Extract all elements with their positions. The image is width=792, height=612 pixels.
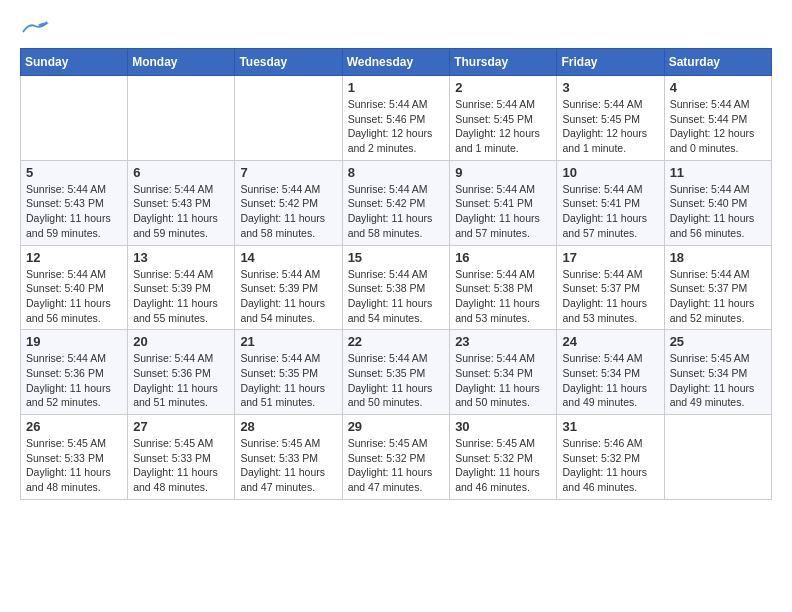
- day-number: 24: [562, 334, 658, 349]
- logo: [20, 20, 54, 38]
- calendar-cell: 27Sunrise: 5:45 AM Sunset: 5:33 PM Dayli…: [128, 415, 235, 500]
- calendar-cell: 28Sunrise: 5:45 AM Sunset: 5:33 PM Dayli…: [235, 415, 342, 500]
- day-number: 21: [240, 334, 336, 349]
- weekday-header-friday: Friday: [557, 49, 664, 76]
- day-number: 30: [455, 419, 551, 434]
- calendar-cell: 15Sunrise: 5:44 AM Sunset: 5:38 PM Dayli…: [342, 245, 450, 330]
- calendar-cell: 26Sunrise: 5:45 AM Sunset: 5:33 PM Dayli…: [21, 415, 128, 500]
- day-info: Sunrise: 5:44 AM Sunset: 5:41 PM Dayligh…: [562, 182, 658, 241]
- calendar-cell: 30Sunrise: 5:45 AM Sunset: 5:32 PM Dayli…: [450, 415, 557, 500]
- calendar-cell: [664, 415, 771, 500]
- calendar-cell: 29Sunrise: 5:45 AM Sunset: 5:32 PM Dayli…: [342, 415, 450, 500]
- day-info: Sunrise: 5:44 AM Sunset: 5:42 PM Dayligh…: [348, 182, 445, 241]
- day-number: 13: [133, 250, 229, 265]
- calendar-table: SundayMondayTuesdayWednesdayThursdayFrid…: [20, 48, 772, 500]
- day-info: Sunrise: 5:44 AM Sunset: 5:35 PM Dayligh…: [348, 351, 445, 410]
- day-info: Sunrise: 5:44 AM Sunset: 5:35 PM Dayligh…: [240, 351, 336, 410]
- day-number: 7: [240, 165, 336, 180]
- day-info: Sunrise: 5:46 AM Sunset: 5:32 PM Dayligh…: [562, 436, 658, 495]
- day-number: 4: [670, 80, 766, 95]
- day-number: 18: [670, 250, 766, 265]
- day-number: 19: [26, 334, 122, 349]
- calendar-cell: 31Sunrise: 5:46 AM Sunset: 5:32 PM Dayli…: [557, 415, 664, 500]
- day-info: Sunrise: 5:44 AM Sunset: 5:41 PM Dayligh…: [455, 182, 551, 241]
- day-info: Sunrise: 5:44 AM Sunset: 5:37 PM Dayligh…: [562, 267, 658, 326]
- day-number: 22: [348, 334, 445, 349]
- day-info: Sunrise: 5:44 AM Sunset: 5:38 PM Dayligh…: [455, 267, 551, 326]
- day-number: 20: [133, 334, 229, 349]
- calendar-cell: 25Sunrise: 5:45 AM Sunset: 5:34 PM Dayli…: [664, 330, 771, 415]
- day-info: Sunrise: 5:44 AM Sunset: 5:36 PM Dayligh…: [26, 351, 122, 410]
- weekday-header-monday: Monday: [128, 49, 235, 76]
- day-info: Sunrise: 5:44 AM Sunset: 5:43 PM Dayligh…: [133, 182, 229, 241]
- day-info: Sunrise: 5:44 AM Sunset: 5:42 PM Dayligh…: [240, 182, 336, 241]
- day-info: Sunrise: 5:44 AM Sunset: 5:36 PM Dayligh…: [133, 351, 229, 410]
- day-number: 9: [455, 165, 551, 180]
- day-info: Sunrise: 5:45 AM Sunset: 5:33 PM Dayligh…: [240, 436, 336, 495]
- calendar-cell: 10Sunrise: 5:44 AM Sunset: 5:41 PM Dayli…: [557, 160, 664, 245]
- day-number: 31: [562, 419, 658, 434]
- calendar-cell: 17Sunrise: 5:44 AM Sunset: 5:37 PM Dayli…: [557, 245, 664, 330]
- day-number: 15: [348, 250, 445, 265]
- calendar-cell: 7Sunrise: 5:44 AM Sunset: 5:42 PM Daylig…: [235, 160, 342, 245]
- calendar-cell: 18Sunrise: 5:44 AM Sunset: 5:37 PM Dayli…: [664, 245, 771, 330]
- calendar-cell: 9Sunrise: 5:44 AM Sunset: 5:41 PM Daylig…: [450, 160, 557, 245]
- day-number: 6: [133, 165, 229, 180]
- day-number: 10: [562, 165, 658, 180]
- day-info: Sunrise: 5:45 AM Sunset: 5:33 PM Dayligh…: [133, 436, 229, 495]
- day-info: Sunrise: 5:44 AM Sunset: 5:46 PM Dayligh…: [348, 97, 445, 156]
- calendar-cell: [21, 76, 128, 161]
- weekday-header-thursday: Thursday: [450, 49, 557, 76]
- day-number: 26: [26, 419, 122, 434]
- calendar-cell: 2Sunrise: 5:44 AM Sunset: 5:45 PM Daylig…: [450, 76, 557, 161]
- calendar-cell: 4Sunrise: 5:44 AM Sunset: 5:44 PM Daylig…: [664, 76, 771, 161]
- weekday-header-sunday: Sunday: [21, 49, 128, 76]
- calendar-cell: 12Sunrise: 5:44 AM Sunset: 5:40 PM Dayli…: [21, 245, 128, 330]
- day-number: 25: [670, 334, 766, 349]
- calendar-cell: 21Sunrise: 5:44 AM Sunset: 5:35 PM Dayli…: [235, 330, 342, 415]
- day-info: Sunrise: 5:44 AM Sunset: 5:45 PM Dayligh…: [562, 97, 658, 156]
- day-info: Sunrise: 5:45 AM Sunset: 5:32 PM Dayligh…: [348, 436, 445, 495]
- page-header: [20, 20, 772, 38]
- calendar-cell: 1Sunrise: 5:44 AM Sunset: 5:46 PM Daylig…: [342, 76, 450, 161]
- day-number: 8: [348, 165, 445, 180]
- weekday-header-wednesday: Wednesday: [342, 49, 450, 76]
- day-number: 17: [562, 250, 658, 265]
- day-number: 12: [26, 250, 122, 265]
- day-info: Sunrise: 5:44 AM Sunset: 5:34 PM Dayligh…: [562, 351, 658, 410]
- day-number: 1: [348, 80, 445, 95]
- calendar-cell: 14Sunrise: 5:44 AM Sunset: 5:39 PM Dayli…: [235, 245, 342, 330]
- calendar-cell: 23Sunrise: 5:44 AM Sunset: 5:34 PM Dayli…: [450, 330, 557, 415]
- day-number: 28: [240, 419, 336, 434]
- day-info: Sunrise: 5:44 AM Sunset: 5:38 PM Dayligh…: [348, 267, 445, 326]
- day-info: Sunrise: 5:45 AM Sunset: 5:33 PM Dayligh…: [26, 436, 122, 495]
- day-info: Sunrise: 5:44 AM Sunset: 5:40 PM Dayligh…: [26, 267, 122, 326]
- calendar-cell: [235, 76, 342, 161]
- day-info: Sunrise: 5:44 AM Sunset: 5:43 PM Dayligh…: [26, 182, 122, 241]
- calendar-cell: 24Sunrise: 5:44 AM Sunset: 5:34 PM Dayli…: [557, 330, 664, 415]
- day-number: 29: [348, 419, 445, 434]
- calendar-cell: 19Sunrise: 5:44 AM Sunset: 5:36 PM Dayli…: [21, 330, 128, 415]
- calendar-cell: 8Sunrise: 5:44 AM Sunset: 5:42 PM Daylig…: [342, 160, 450, 245]
- day-number: 11: [670, 165, 766, 180]
- weekday-header-saturday: Saturday: [664, 49, 771, 76]
- calendar-cell: 11Sunrise: 5:44 AM Sunset: 5:40 PM Dayli…: [664, 160, 771, 245]
- calendar-cell: 6Sunrise: 5:44 AM Sunset: 5:43 PM Daylig…: [128, 160, 235, 245]
- day-number: 3: [562, 80, 658, 95]
- day-info: Sunrise: 5:45 AM Sunset: 5:32 PM Dayligh…: [455, 436, 551, 495]
- day-number: 27: [133, 419, 229, 434]
- day-number: 16: [455, 250, 551, 265]
- day-number: 5: [26, 165, 122, 180]
- calendar-cell: 13Sunrise: 5:44 AM Sunset: 5:39 PM Dayli…: [128, 245, 235, 330]
- weekday-header-tuesday: Tuesday: [235, 49, 342, 76]
- calendar-cell: 16Sunrise: 5:44 AM Sunset: 5:38 PM Dayli…: [450, 245, 557, 330]
- calendar-cell: 20Sunrise: 5:44 AM Sunset: 5:36 PM Dayli…: [128, 330, 235, 415]
- day-number: 23: [455, 334, 551, 349]
- day-number: 14: [240, 250, 336, 265]
- day-info: Sunrise: 5:44 AM Sunset: 5:37 PM Dayligh…: [670, 267, 766, 326]
- day-number: 2: [455, 80, 551, 95]
- calendar-cell: 22Sunrise: 5:44 AM Sunset: 5:35 PM Dayli…: [342, 330, 450, 415]
- day-info: Sunrise: 5:44 AM Sunset: 5:39 PM Dayligh…: [240, 267, 336, 326]
- day-info: Sunrise: 5:44 AM Sunset: 5:34 PM Dayligh…: [455, 351, 551, 410]
- calendar-cell: 5Sunrise: 5:44 AM Sunset: 5:43 PM Daylig…: [21, 160, 128, 245]
